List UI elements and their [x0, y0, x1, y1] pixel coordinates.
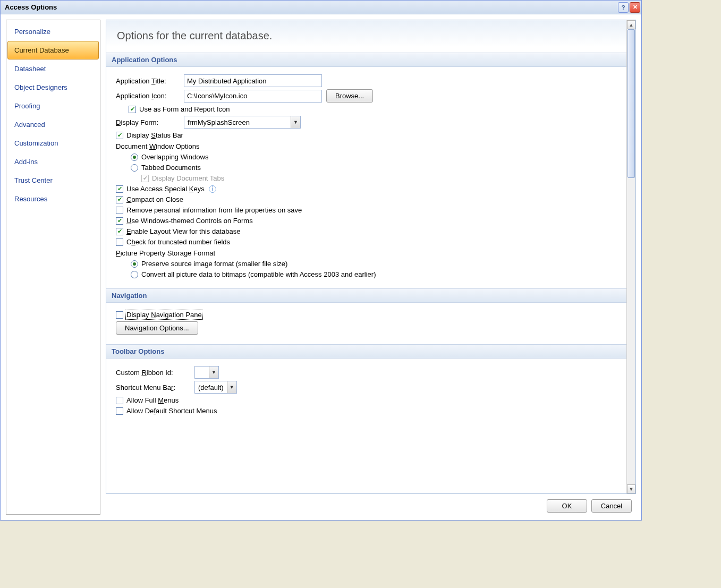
browse-button[interactable]: Browse... [326, 89, 373, 103]
subheader-doc-window: Document Window Options [116, 142, 617, 150]
sidebar-item-object-designers[interactable]: Object Designers [7, 78, 99, 97]
section-body-app-options: Application Title: Application Icon: Bro… [106, 67, 626, 288]
vertical-scrollbar[interactable]: ▲ ▼ [626, 20, 635, 493]
subheader-picture-format: Picture Property Storage Format [116, 249, 617, 257]
checkbox-allow-shortcut-menus[interactable] [116, 407, 123, 415]
row-display-form: Display Form: frmMySplashScreen ▼ [116, 116, 617, 129]
label-allow-shortcut-menus: Allow Default Shortcut Menus [126, 407, 217, 415]
sidebar-item-advanced[interactable]: Advanced [7, 115, 99, 134]
row-overlapping-windows: Overlapping Windows [131, 153, 617, 161]
row-remove-personal: Remove personal information from file pr… [116, 206, 617, 214]
row-ribbon-id: Custom Ribbon Id: ▼ [116, 366, 617, 379]
radio-preserve-image[interactable] [131, 260, 138, 268]
sidebar-item-proofing[interactable]: Proofing [7, 97, 99, 115]
info-icon[interactable]: i [209, 185, 216, 193]
label-layout-view: Enable Layout View for this database [126, 227, 240, 235]
row-win-themed: ✔ Use Windows-themed Controls on Forms [116, 217, 617, 225]
sidebar-item-current-database[interactable]: Current Database [7, 41, 99, 59]
label-ribbon-id: Custom Ribbon Id: [116, 369, 190, 377]
navigation-options-button[interactable]: Navigation Options... [116, 321, 198, 335]
scroll-up-arrow-icon[interactable]: ▲ [627, 20, 635, 29]
label-display-nav-pane: Display Navigation Pane [126, 311, 202, 319]
label-shortcut-menu: Shortcut Menu Bar: [116, 384, 190, 391]
row-tabbed-documents: Tabbed Documents [131, 164, 617, 172]
row-nav-options: Navigation Options... [116, 321, 617, 335]
row-convert-bitmaps: Convert all picture data to bitmaps (com… [131, 270, 617, 278]
checkbox-allow-full-menus[interactable] [116, 397, 123, 404]
label-convert-bitmaps: Convert all picture data to bitmaps (com… [141, 270, 376, 278]
sidebar-item-add-ins[interactable]: Add-ins [7, 152, 99, 171]
chevron-down-icon: ▼ [227, 381, 236, 393]
row-layout-view: ✔ Enable Layout View for this database [116, 227, 617, 235]
label-special-keys: Use Access Special Keys [126, 185, 205, 193]
section-body-toolbar: Custom Ribbon Id: ▼ Shortcut Menu Bar: (… [106, 359, 626, 425]
category-sidebar: Personalize Current Database Datasheet O… [6, 20, 100, 515]
scroll-thumb[interactable] [627, 29, 635, 178]
input-app-icon[interactable] [184, 90, 322, 103]
titlebar-controls: ? ✕ [618, 2, 640, 13]
access-options-dialog: Access Options ? ✕ Personalize Current D… [0, 0, 642, 521]
row-display-doc-tabs: ✔ Display Document Tabs [141, 174, 617, 182]
row-app-title: Application Title: [116, 74, 617, 87]
checkbox-display-nav-pane[interactable] [116, 311, 123, 319]
sidebar-item-customization[interactable]: Customization [7, 134, 99, 152]
sidebar-item-datasheet[interactable]: Datasheet [7, 59, 99, 78]
chevron-down-icon: ▼ [291, 116, 300, 128]
radio-overlapping-windows[interactable] [131, 154, 138, 161]
radio-convert-bitmaps[interactable] [131, 271, 138, 278]
sidebar-item-trust-center[interactable]: Trust Center [7, 171, 99, 190]
checkbox-remove-personal[interactable] [116, 207, 123, 214]
titlebar-title: Access Options [5, 3, 618, 11]
row-check-truncated: Check for truncated number fields [116, 238, 617, 246]
dialog-body: Personalize Current Database Datasheet O… [1, 14, 641, 520]
scroll-track[interactable] [627, 29, 635, 484]
row-preserve-image: Preserve source image format (smaller fi… [131, 260, 617, 268]
row-display-nav-pane: Display Navigation Pane [116, 311, 617, 319]
label-display-status-bar: Display Status Bar [126, 131, 183, 139]
cancel-button[interactable]: Cancel [591, 499, 632, 513]
sidebar-item-personalize[interactable]: Personalize [7, 22, 99, 41]
label-app-title: Application Title: [116, 77, 180, 85]
help-button[interactable]: ? [618, 2, 629, 13]
label-remove-personal: Remove personal information from file pr… [126, 206, 302, 214]
input-app-title[interactable] [184, 74, 322, 87]
section-header-app-options: Application Options [106, 53, 626, 67]
label-tabbed-documents: Tabbed Documents [141, 164, 201, 172]
ok-button[interactable]: OK [547, 499, 587, 513]
combo-shortcut-menu[interactable]: (default) ▼ [194, 381, 237, 394]
label-overlapping-windows: Overlapping Windows [141, 153, 208, 161]
label-display-form: Display Form: [116, 118, 180, 126]
checkbox-layout-view[interactable]: ✔ [116, 228, 123, 235]
dialog-footer: OK Cancel [106, 494, 636, 515]
label-allow-full-menus: Allow Full Menus [126, 396, 179, 404]
section-body-navigation: Display Navigation Pane Navigation Optio… [106, 303, 626, 344]
label-win-themed: Use Windows-themed Controls on Forms [126, 217, 253, 225]
close-button[interactable]: ✕ [630, 2, 640, 13]
row-app-icon: Application Icon: Browse... [116, 89, 617, 103]
chevron-down-icon: ▼ [209, 367, 218, 378]
checkbox-use-as-form-icon[interactable]: ✔ [129, 106, 136, 113]
combo-display-form-value: frmMySplashScreen [184, 118, 291, 126]
row-special-keys: ✔ Use Access Special Keys i [116, 185, 617, 193]
row-display-status-bar: ✔ Display Status Bar [116, 131, 617, 139]
combo-display-form[interactable]: frmMySplashScreen ▼ [184, 116, 301, 129]
checkbox-win-themed[interactable]: ✔ [116, 217, 123, 225]
row-use-as-form-icon: ✔ Use as Form and Report Icon [129, 105, 617, 113]
checkbox-display-status-bar[interactable]: ✔ [116, 132, 123, 139]
content-inner: Options for the current database. Applic… [106, 20, 626, 493]
row-allow-shortcut-menus: Allow Default Shortcut Menus [116, 407, 617, 415]
radio-tabbed-documents[interactable] [131, 164, 138, 172]
sidebar-item-resources[interactable]: Resources [7, 190, 99, 208]
row-compact-close: ✔ Compact on Close [116, 195, 617, 203]
row-allow-full-menus: Allow Full Menus [116, 396, 617, 404]
row-shortcut-menu: Shortcut Menu Bar: (default) ▼ [116, 381, 617, 394]
scroll-down-arrow-icon[interactable]: ▼ [627, 484, 635, 493]
checkbox-compact-close[interactable]: ✔ [116, 196, 123, 203]
combo-ribbon-id[interactable]: ▼ [194, 366, 219, 379]
label-check-truncated: Check for truncated number fields [126, 238, 230, 246]
checkbox-check-truncated[interactable] [116, 238, 123, 246]
section-header-navigation: Navigation [106, 288, 626, 303]
label-app-icon: Application Icon: [116, 92, 180, 100]
label-display-doc-tabs: Display Document Tabs [152, 174, 224, 182]
checkbox-special-keys[interactable]: ✔ [116, 185, 123, 193]
